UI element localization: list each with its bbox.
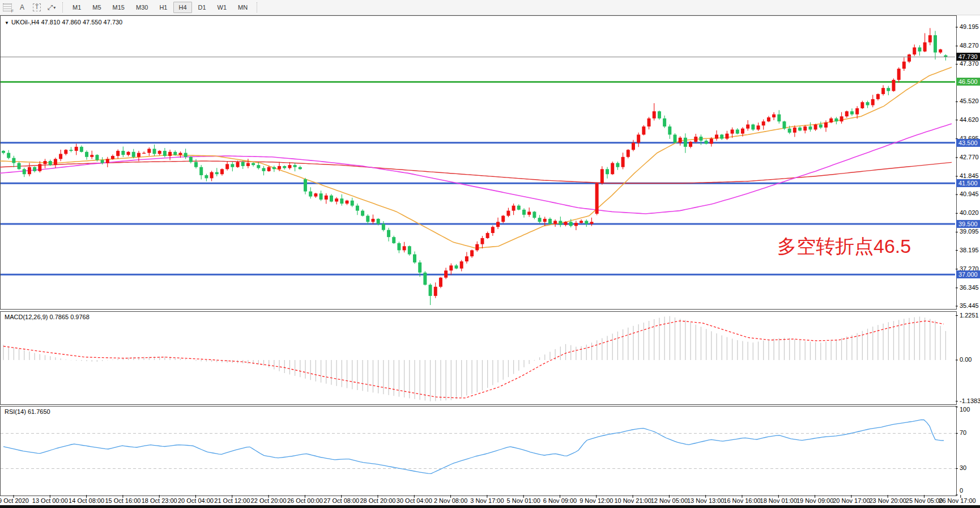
price-tag: 43.500 xyxy=(956,139,980,147)
time-axis-label: 15 Oct 16:00 xyxy=(105,497,140,504)
axis-label: 40.945 xyxy=(960,190,979,197)
toolbar-separator xyxy=(257,2,258,12)
arrows-tool-icon[interactable]: ⤢▾ xyxy=(45,2,58,13)
rsi-panel[interactable] xyxy=(0,406,957,496)
axis-label: 49.195 xyxy=(960,23,979,30)
macd-panel[interactable] xyxy=(0,311,957,405)
timeframe-button-d1[interactable]: D1 xyxy=(193,2,211,13)
time-axis-label: 16 Nov 16:00 xyxy=(723,497,760,504)
time-axis-label: 10 Nov 21:00 xyxy=(614,497,651,504)
chart-title: ▼UKOil-,H4 47.810 47.860 47.550 47.730 xyxy=(5,19,122,26)
axis-label: 40.020 xyxy=(960,209,979,216)
price-tag: 37.000 xyxy=(956,270,980,278)
time-axis-label: 19 Nov 09:00 xyxy=(796,497,833,504)
price-tag: 46.500 xyxy=(956,78,980,86)
time-axis-label: 20 Oct 04:00 xyxy=(178,497,214,504)
time-axis-label: 12 Nov 05:00 xyxy=(651,497,688,504)
axis-label: 47.370 xyxy=(960,60,979,67)
timeframe-button-m1[interactable]: M1 xyxy=(67,2,86,13)
time-axis-label: 28 Oct 20:00 xyxy=(360,497,396,504)
time-axis-label: 13 Nov 13:00 xyxy=(687,497,724,504)
price-tag: 41.500 xyxy=(956,179,980,187)
timeframe-button-h4[interactable]: H4 xyxy=(173,2,191,13)
time-axis-label: 6 Nov 09:00 xyxy=(543,497,577,504)
time-axis-label: 2 Nov 08:00 xyxy=(434,497,467,504)
time-axis-label: 3 Nov 17:00 xyxy=(470,497,504,504)
rsi-indicator-label: RSI(14) 61.7650 xyxy=(5,408,50,415)
axis-label: 38.195 xyxy=(960,247,979,253)
toolbar: F A T ⤢▾ M1M5M15M30H1H4D1W1MN xyxy=(0,0,980,15)
time-axis-label: 18 Nov 01:00 xyxy=(760,497,797,504)
price-chart-panel[interactable] xyxy=(0,15,957,310)
timeframe-button-h1[interactable]: H1 xyxy=(154,2,172,13)
time-axis-label: 13 Oct 00:00 xyxy=(32,497,68,504)
price-tag: 47.730 xyxy=(956,53,980,61)
axis-label: -1.1383 xyxy=(960,397,980,404)
axis-label: 41.845 xyxy=(960,172,979,179)
mt4-window: { "toolbar": { "icons": [ {"name": "grid… xyxy=(0,0,980,508)
axis-label: 39.095 xyxy=(960,228,979,235)
axis-label: 44.620 xyxy=(960,116,979,123)
axis-label: 30 xyxy=(960,464,966,471)
timeframe-button-m15[interactable]: M15 xyxy=(108,2,130,13)
time-axis-label: 9 Nov 12:00 xyxy=(580,497,613,504)
axis-label: 1.2251 xyxy=(960,312,979,319)
time-axis-label: 25 Nov 05:00 xyxy=(906,497,943,504)
time-axis-label: 21 Oct 12:00 xyxy=(214,497,250,504)
price-axis[interactable]: 49.19548.27047.37045.52044.62043.69542.7… xyxy=(956,15,980,495)
axis-label: 70 xyxy=(960,429,966,436)
time-axis-label: 18 Oct 23:00 xyxy=(142,497,177,504)
timeframe-button-m5[interactable]: M5 xyxy=(87,2,106,13)
timeframe-buttons: M1M5M15M30H1H4D1W1MN xyxy=(67,4,253,11)
axis-label: 0 xyxy=(960,487,963,494)
axis-label: 100 xyxy=(960,406,970,413)
macd-indicator-label: MACD(12,26,9) 0.7865 0.9768 xyxy=(5,314,90,320)
axis-label: 35.445 xyxy=(960,302,979,309)
axis-label: 0.00 xyxy=(960,356,972,363)
timeframe-button-m30[interactable]: M30 xyxy=(131,2,153,13)
toolbar-separator xyxy=(62,2,63,12)
time-axis-label: 20 Nov 17:00 xyxy=(833,497,870,504)
timeframe-button-w1[interactable]: W1 xyxy=(212,2,232,13)
text-label-icon[interactable]: A xyxy=(16,2,28,13)
time-axis-label: 26 Nov 17:00 xyxy=(939,497,975,504)
window-bottom-edge xyxy=(0,505,980,508)
time-axis-label: 23 Nov 20:00 xyxy=(869,497,906,504)
grid-anchor-icon[interactable]: F xyxy=(1,2,14,13)
chart-annotation-text: 多空转折点46.5 xyxy=(777,234,911,260)
time-axis-label: 14 Oct 08:00 xyxy=(69,497,104,504)
axis-label: 48.270 xyxy=(960,42,979,49)
time-axis-label: 30 Oct 04:00 xyxy=(397,497,432,504)
time-axis-label: 27 Oct 08:00 xyxy=(323,497,359,504)
dropdown-caret-icon[interactable]: ▾ xyxy=(53,5,56,10)
time-axis-label: 9 Oct 2020 xyxy=(0,497,29,504)
time-axis-label: 5 Nov 01:00 xyxy=(507,497,540,504)
time-axis-label: 26 Oct 00:00 xyxy=(287,497,323,504)
axis-label: 36.345 xyxy=(960,284,979,291)
timeframe-button-mn[interactable]: MN xyxy=(233,2,253,13)
axis-label: 45.520 xyxy=(960,98,979,104)
axis-label: 42.770 xyxy=(960,154,979,160)
symbol-dropdown-icon[interactable]: ▼ xyxy=(5,20,9,26)
text-box-icon[interactable]: T xyxy=(31,2,43,13)
time-axis-label: 22 Oct 20:00 xyxy=(251,497,287,504)
price-tag: 39.500 xyxy=(956,220,980,228)
